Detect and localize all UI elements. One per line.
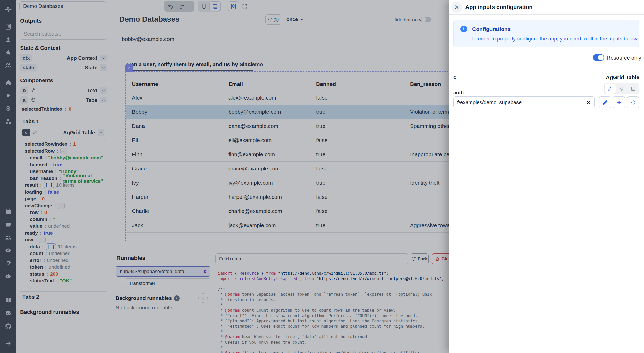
resource-only-label: Resource only	[607, 55, 641, 61]
configurations-info-box: i Configurations In order to properly co…	[453, 20, 639, 47]
drawer-component-id: c	[453, 74, 456, 80]
info-title: Configurations	[472, 26, 511, 32]
connect-mode-plug-icon[interactable]	[616, 84, 627, 94]
eval-mode-function-icon[interactable]	[628, 84, 639, 94]
drawer-title: App inputs configuration	[465, 4, 533, 11]
auth-resource-value: f/examples/demo_supabase	[457, 100, 522, 105]
static-mode-pencil-icon[interactable]	[605, 84, 616, 94]
drawer-component-type: AgGrid Table	[606, 74, 639, 80]
auth-resource-input[interactable]: f/examples/demo_supabase ✕	[453, 96, 595, 108]
auth-field-label: auth	[453, 90, 464, 95]
clear-input-x-icon[interactable]: ✕	[586, 99, 591, 105]
resource-only-toggle[interactable]	[593, 54, 604, 61]
info-circle-icon: i	[460, 26, 467, 32]
input-mode-segmented-control	[604, 83, 639, 94]
close-drawer-icon[interactable]: ✕	[451, 2, 462, 13]
add-resource-plus-button[interactable]: +	[613, 96, 625, 108]
refresh-resource-button[interactable]	[627, 96, 639, 108]
app-inputs-drawer: ✕ App inputs configuration i Configurati…	[449, 0, 644, 353]
windmill-app-editor: $ |0| Outputs St	[0, 0, 644, 353]
info-body: In order to properly configure the app, …	[472, 36, 638, 42]
drawer-divider	[449, 70, 644, 70]
drawer-divider	[449, 14, 644, 15]
edit-resource-pencil-button[interactable]	[599, 96, 611, 108]
